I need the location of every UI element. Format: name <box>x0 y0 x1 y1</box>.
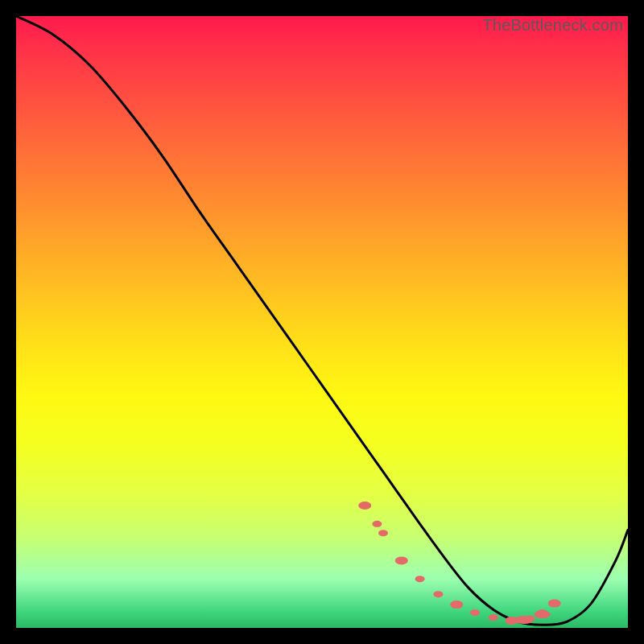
markers-group <box>358 502 561 625</box>
valley-marker <box>470 609 480 616</box>
valley-marker <box>514 616 534 624</box>
valley-marker <box>450 601 463 609</box>
valley-marker <box>548 600 561 608</box>
valley-marker <box>395 556 408 564</box>
curve-layer <box>16 16 628 628</box>
valley-marker <box>535 610 551 618</box>
watermark-text: TheBottleneck.com <box>482 16 623 35</box>
valley-marker <box>378 530 388 536</box>
valley-marker <box>433 591 443 597</box>
bottleneck-curve-path <box>16 16 628 625</box>
valley-marker <box>372 521 382 527</box>
valley-marker <box>358 502 371 510</box>
valley-marker <box>489 614 498 621</box>
valley-marker <box>415 576 425 582</box>
chart-frame: TheBottleneck.com <box>16 16 628 628</box>
